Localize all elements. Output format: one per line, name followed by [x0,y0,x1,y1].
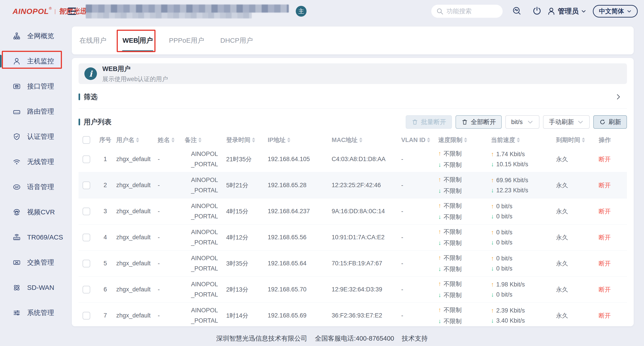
search-input[interactable]: 功能搜索 [431,5,503,18]
column-label: 用户名 [116,136,134,144]
sidebar-collapse-icon[interactable] [67,7,77,16]
sidebar-item[interactable]: 无线管理 [0,149,67,174]
row-checkbox[interactable] [82,260,90,267]
admin-user-menu[interactable]: 管理员 [547,0,586,23]
column-header[interactable]: VLAN ID [400,137,436,143]
remark-cell: AINOPOL_PORTAL [191,253,218,274]
sidebar-item[interactable]: SIP 语音管理 [0,174,67,200]
column-header[interactable]: 序号 [94,136,114,144]
active-item-strip [0,55,2,67]
login-time-cell: 1时14分 [224,312,266,320]
filter-section-header[interactable]: 筛选 [78,92,627,102]
column-header[interactable]: 到期时间 [554,136,597,144]
batch-disconnect-button[interactable]: 批量断开 [406,115,452,129]
name-cell: - [156,234,183,241]
tab-label: WEB用户 [122,36,153,45]
column-header[interactable]: 备注 [183,136,224,144]
row-checkbox[interactable] [82,208,90,215]
sidebar-item[interactable]: SD-WAN [0,275,67,300]
disconnect-link[interactable]: 断开 [599,208,611,215]
sort-icon[interactable] [287,137,290,142]
refresh-button[interactable]: 刷新 [593,115,627,129]
ip-cell: 192.168.65.28 [266,182,330,189]
disconnect-all-button[interactable]: 全部断开 [456,115,502,129]
download-arrow-icon: ↓ [438,214,442,220]
row-checkbox[interactable] [82,155,90,163]
remark-cell: AINOPOL_PORTAL [191,279,218,300]
column-header[interactable]: MAC地址 [330,136,400,144]
footer-support-link[interactable]: 技术支持 [402,334,428,343]
sort-icon[interactable] [464,137,467,142]
column-label: 当前速度 [491,136,515,144]
disconnect-link[interactable]: 断开 [599,156,611,163]
column-header[interactable]: 操作 [597,136,626,144]
sort-icon[interactable] [198,137,202,142]
row-checkbox[interactable] [82,182,90,189]
disconnect-link[interactable]: 断开 [599,286,611,293]
table-row: 2 zhgx_default - AINOPOL_PORTAL 5时21分 19… [78,172,627,198]
diagnostics-icon[interactable] [512,6,522,16]
sort-icon[interactable] [582,137,585,142]
vlan-cell: - [400,260,436,267]
column-header[interactable]: 用户名 [114,136,156,144]
tab[interactable]: WEB用户 [122,27,153,54]
select-all-checkbox[interactable] [82,136,90,144]
sidebar-item[interactable]: TR069/ACS [0,225,67,250]
sidebar-item[interactable]: 认证管理 [0,124,67,149]
disconnect-link[interactable]: 断开 [599,312,611,319]
expire-cell: 永久 [554,155,597,163]
column-header[interactable]: 当前速度 [489,136,554,144]
row-checkbox[interactable] [82,312,90,319]
text-cursor [138,36,139,44]
disconnect-link[interactable]: 断开 [599,182,611,189]
download-arrow-icon: ↓ [491,187,494,194]
disconnect-link[interactable]: 断开 [599,260,611,267]
disconnect-link[interactable]: 断开 [599,234,611,241]
sort-icon[interactable] [172,137,174,142]
sidebar-item[interactable]: 全网概览 [0,23,67,49]
sort-icon[interactable] [517,137,520,142]
sidebar-item[interactable]: 接口管理 [0,74,67,99]
language-selector[interactable]: 中文简体 [593,5,638,18]
tab[interactable]: DHCP用户 [220,27,253,54]
column-label: VLAN ID [401,137,426,143]
sort-icon[interactable] [359,137,362,142]
speed-up-cell: 0 bit/s [496,229,512,236]
unit-select[interactable]: bit/s [505,115,540,129]
sort-icon[interactable] [427,137,430,142]
refresh-mode-select[interactable]: 手动刷新 [543,115,590,129]
username-cell: zhgx_default [114,182,156,189]
sidebar-item[interactable]: 交换管理 [0,250,67,275]
username-cell: zhgx_default [114,156,156,163]
sort-icon[interactable] [136,137,139,142]
power-icon[interactable] [532,6,542,17]
sidebar-item-label: 系统管理 [27,308,54,317]
row-checkbox[interactable] [82,286,90,293]
table-row: 6 zhgx_default - AINOPOL_PORTAL 2时13分 19… [78,277,627,303]
select-all-cell [78,136,94,144]
vlan-cell: - [400,156,436,163]
sidebar-item[interactable]: 系统管理 [0,300,67,325]
ip-cell: 192.168.64.237 [266,208,330,215]
upload-arrow-icon: ↑ [491,281,494,288]
row-checkbox[interactable] [82,234,90,241]
sidebar-item[interactable]: 路由管理 [0,99,67,124]
sidebar-item[interactable]: 主机监控 [0,49,67,74]
sidebar-item-label: 主机监控 [27,57,54,66]
name-cell: - [156,208,183,215]
tab[interactable]: PPPoE用户 [169,27,204,54]
column-header[interactable]: 登录时间 [224,136,266,144]
upload-arrow-icon: ↑ [438,150,442,157]
column-header[interactable]: 速度限制 [436,136,489,144]
tab[interactable]: 在线用户 [80,27,106,54]
speed-up-cell: 0 bit/s [496,203,512,210]
limit-down-cell: 不限制 [444,239,462,247]
column-label: 备注 [185,136,197,144]
sort-icon[interactable] [252,137,255,142]
sidebar-item[interactable]: 视频CVR [0,200,67,225]
svg-text:SIP: SIP [14,186,19,188]
filter-title: 筛选 [84,92,98,102]
column-header[interactable]: IP地址 [266,136,330,144]
column-header[interactable]: 姓名 [156,136,183,144]
chevron-right-icon[interactable] [614,93,622,101]
